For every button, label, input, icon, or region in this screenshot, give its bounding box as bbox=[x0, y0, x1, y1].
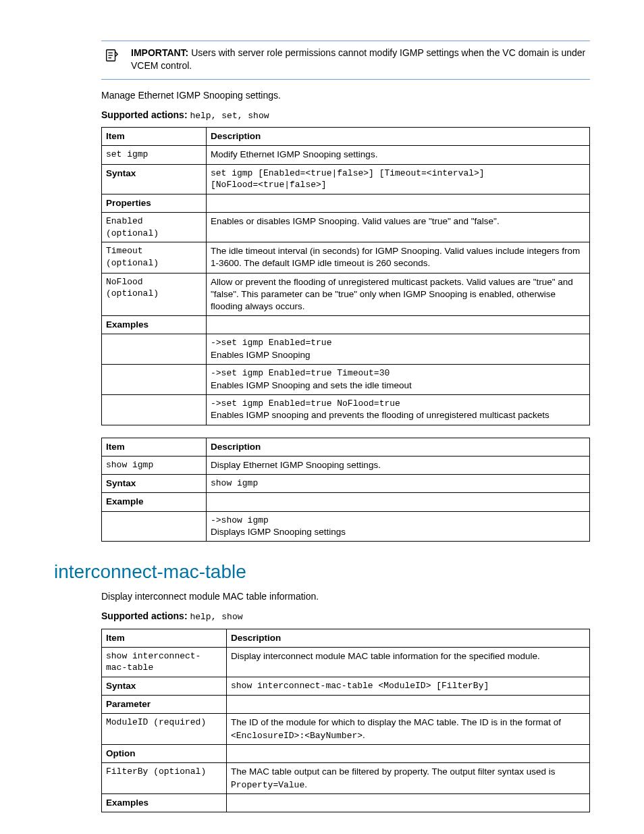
table-show-igmp: Item Description show igmp Display Ether… bbox=[101, 438, 590, 542]
section-title-interconnect: interconnect-mac-table bbox=[54, 559, 590, 585]
table-row: Syntax show interconnect-mac-table <Modu… bbox=[102, 677, 590, 695]
table-row: ->set igmp Enabled=true Enables IGMP Sno… bbox=[102, 334, 590, 365]
table-header-row: Item Description bbox=[102, 438, 590, 456]
table-row: show igmp Display Ethernet IGMP Snooping… bbox=[102, 456, 590, 474]
important-icon bbox=[101, 47, 131, 63]
supported-actions-interconnect: Supported actions: help, show bbox=[101, 610, 590, 623]
table-header-row: Item Description bbox=[102, 629, 590, 647]
table-set-igmp: Item Description set igmp Modify Etherne… bbox=[101, 127, 590, 425]
col-description: Description bbox=[207, 128, 590, 146]
important-note: IMPORTANT: Users with server role permis… bbox=[101, 41, 590, 80]
col-item: Item bbox=[102, 629, 227, 647]
table-row: ->set igmp Enabled=true Timeout=30 Enabl… bbox=[102, 365, 590, 395]
table-row: ->show igmp Displays IGMP Snooping setti… bbox=[102, 511, 590, 542]
table-row: Parameter bbox=[102, 696, 590, 714]
table-row: FilterBy (optional) The MAC table output… bbox=[102, 763, 590, 794]
col-description: Description bbox=[207, 438, 590, 456]
table-row: Syntax set igmp [Enabled=<true|false>] [… bbox=[102, 164, 590, 194]
table-row: Examples bbox=[102, 794, 590, 812]
supported-actions-igmp: Supported actions: help, set, show bbox=[101, 109, 590, 122]
table-row: Properties bbox=[102, 194, 590, 212]
col-item: Item bbox=[102, 128, 207, 146]
table-header-row: Item Description bbox=[102, 128, 590, 146]
important-text: Users with server role permissions canno… bbox=[131, 47, 585, 71]
col-item: Item bbox=[102, 438, 207, 456]
table-row: Enabled (optional) Enables or disables I… bbox=[102, 212, 590, 242]
table-row: set igmp Modify Ethernet IGMP Snooping s… bbox=[102, 146, 590, 164]
table-row: NoFlood (optional) Allow or prevent the … bbox=[102, 273, 590, 316]
table-row: ->set igmp Enabled=true NoFlood=true Ena… bbox=[102, 394, 590, 425]
important-label: IMPORTANT: bbox=[131, 47, 188, 58]
table-row: Option bbox=[102, 745, 590, 763]
table-row: Timeout (optional) The idle timeout inte… bbox=[102, 242, 590, 273]
table-interconnect: Item Description show interconnect- mac-… bbox=[101, 629, 590, 813]
table-row: ModuleID (required) The ID of the module… bbox=[102, 714, 590, 745]
col-description: Description bbox=[227, 629, 590, 647]
table-row: Syntax show igmp bbox=[102, 475, 590, 493]
table-row: Example bbox=[102, 493, 590, 511]
table-row: Examples bbox=[102, 316, 590, 334]
table-row: show interconnect- mac-table Display int… bbox=[102, 647, 590, 677]
interconnect-intro: Display interconnect module MAC table in… bbox=[101, 590, 590, 603]
igmp-intro: Manage Ethernet IGMP Snooping settings. bbox=[101, 89, 590, 102]
